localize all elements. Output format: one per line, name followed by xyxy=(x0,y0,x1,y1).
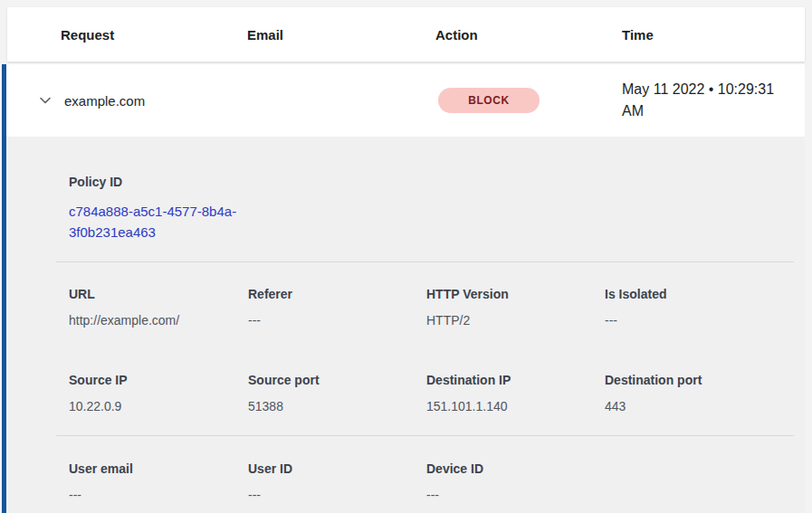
policy-id-link[interactable]: c784a888-a5c1-4577-8b4a-3f0b231ea463 xyxy=(69,201,248,242)
field-source-port: Source port 51388 xyxy=(248,373,426,413)
user-details-section: User email --- User ID --- Device ID --- xyxy=(69,436,787,502)
field-label: HTTP Version xyxy=(426,287,605,301)
field-label: Device ID xyxy=(426,461,605,476)
detail-row-url: URL http://example.com/ Referer --- HTTP… xyxy=(69,287,787,328)
field-user-email: User email --- xyxy=(69,461,248,502)
field-destination-port: Destination port 443 xyxy=(605,373,787,413)
request-domain: example.com xyxy=(64,93,145,109)
field-label: User email xyxy=(69,461,248,476)
field-label: Source port xyxy=(248,373,426,387)
field-value: --- xyxy=(605,313,787,328)
field-destination-ip: Destination IP 151.101.1.140 xyxy=(426,373,605,413)
field-label: Destination port xyxy=(605,373,787,387)
column-header-action: Action xyxy=(435,27,622,43)
field-value: 51388 xyxy=(248,399,426,413)
log-detail-panel: Policy ID c784a888-a5c1-4577-8b4a-3f0b23… xyxy=(2,137,805,513)
request-details-section: URL http://example.com/ Referer --- HTTP… xyxy=(69,262,787,435)
field-value: --- xyxy=(248,488,426,502)
field-user-id: User ID --- xyxy=(248,461,426,502)
field-referer: Referer --- xyxy=(248,287,426,328)
field-url: URL http://example.com/ xyxy=(69,287,248,328)
column-header-time: Time xyxy=(622,27,805,43)
field-http-version: HTTP Version HTTP/2 xyxy=(426,287,605,328)
column-header-request: Request xyxy=(7,27,247,43)
detail-row-network: Source IP 10.22.0.9 Source port 51388 De… xyxy=(69,373,787,413)
policy-section: Policy ID c784a888-a5c1-4577-8b4a-3f0b23… xyxy=(69,137,787,261)
policy-id-label: Policy ID xyxy=(69,175,787,189)
time-cell: May 11 2022 • 10:29:31 AM xyxy=(622,79,790,122)
field-label: Is Isolated xyxy=(605,287,787,301)
field-label: Referer xyxy=(248,287,426,301)
field-device-id: Device ID --- xyxy=(426,461,605,502)
field-value: http://example.com/ xyxy=(69,313,248,328)
field-value: 10.22.0.9 xyxy=(69,399,248,413)
field-empty xyxy=(605,461,787,502)
field-is-isolated: Is Isolated --- xyxy=(605,287,787,328)
field-value: --- xyxy=(248,313,426,328)
log-row-example-com[interactable]: example.com BLOCK May 11 2022 • 10:29:31… xyxy=(2,64,805,137)
log-table-header: Request Email Action Time xyxy=(7,7,805,62)
action-cell: BLOCK xyxy=(435,88,622,113)
chevron-down-icon[interactable] xyxy=(38,93,53,108)
field-label: User ID xyxy=(248,461,426,476)
detail-row-user: User email --- User ID --- Device ID --- xyxy=(69,461,787,502)
field-label: URL xyxy=(69,287,248,301)
column-header-email: Email xyxy=(247,27,435,43)
field-source-ip: Source IP 10.22.0.9 xyxy=(69,373,248,413)
status-badge-block: BLOCK xyxy=(438,88,540,113)
field-value: --- xyxy=(426,488,605,502)
field-label: Source IP xyxy=(69,373,248,387)
request-cell: example.com xyxy=(6,93,247,109)
field-value: 151.101.1.140 xyxy=(426,399,605,413)
field-value: HTTP/2 xyxy=(426,313,605,328)
field-value: --- xyxy=(69,488,248,502)
field-value: 443 xyxy=(605,399,787,413)
field-label: Destination IP xyxy=(426,373,605,387)
